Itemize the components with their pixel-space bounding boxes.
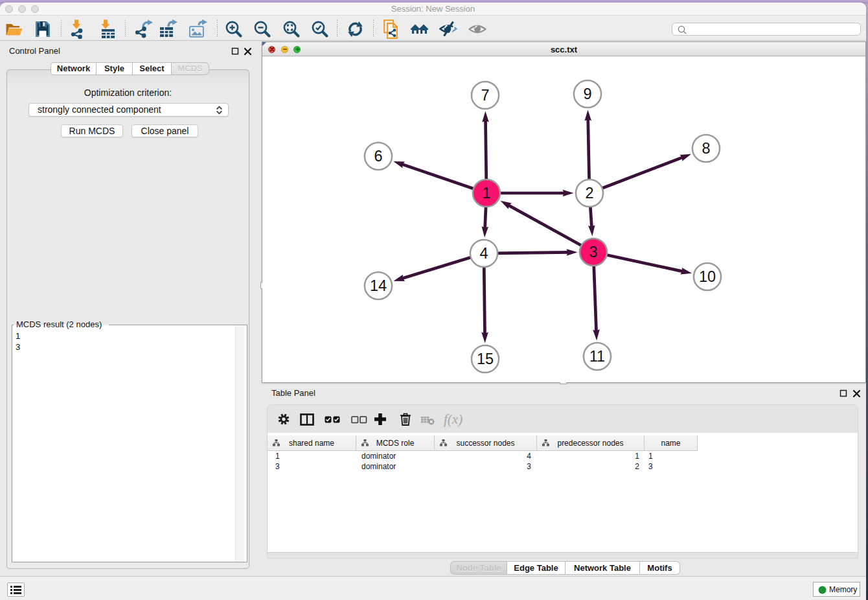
svg-text:1: 1 <box>482 185 490 202</box>
svg-text:2: 2 <box>585 185 593 202</box>
svg-text:11: 11 <box>589 348 605 365</box>
svg-text:6: 6 <box>374 148 382 165</box>
svg-text:8: 8 <box>702 140 710 157</box>
svg-text:15: 15 <box>477 351 494 367</box>
svg-text:3: 3 <box>589 244 597 260</box>
svg-text:10: 10 <box>699 268 716 285</box>
svg-text:4: 4 <box>479 245 488 262</box>
svg-text:9: 9 <box>583 86 591 102</box>
svg-text:7: 7 <box>481 87 489 104</box>
svg-text:14: 14 <box>370 277 387 294</box>
